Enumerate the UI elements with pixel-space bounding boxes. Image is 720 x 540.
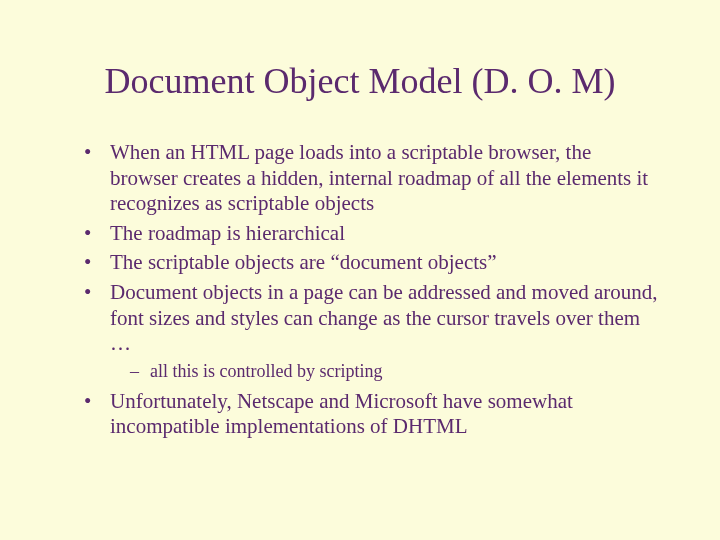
slide: Document Object Model (D. O. M) When an … xyxy=(0,0,720,540)
bullet-item: The roadmap is hierarchical xyxy=(92,221,660,247)
sub-bullet-list: all this is controlled by scripting xyxy=(110,361,660,383)
bullet-list: When an HTML page loads into a scriptabl… xyxy=(60,140,660,440)
bullet-item: When an HTML page loads into a scriptabl… xyxy=(92,140,660,217)
bullet-item: Unfortunately, Netscape and Microsoft ha… xyxy=(92,389,660,440)
bullet-item: The scriptable objects are “document obj… xyxy=(92,250,660,276)
slide-title: Document Object Model (D. O. M) xyxy=(60,60,660,102)
bullet-item: Document objects in a page can be addres… xyxy=(92,280,660,383)
sub-bullet-item: all this is controlled by scripting xyxy=(136,361,660,383)
